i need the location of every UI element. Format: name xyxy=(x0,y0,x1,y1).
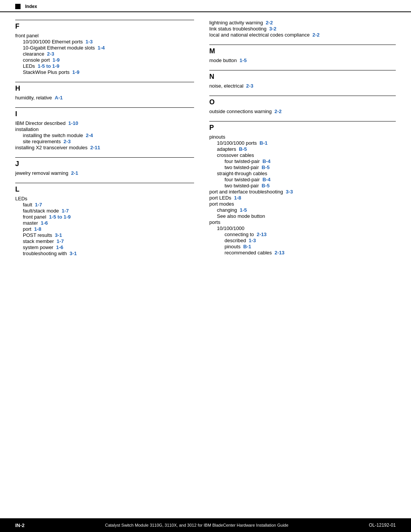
page-ref[interactable]: 3-2 xyxy=(269,26,277,32)
index-entry: noise, electrical 2-3 xyxy=(209,83,396,89)
page-ref[interactable]: B-5 xyxy=(239,146,247,152)
page-ref[interactable]: 3-1 xyxy=(55,232,62,238)
page-ref[interactable]: 1-8 xyxy=(34,226,41,232)
index-entry: LEDs 1-5 to 1-9 xyxy=(23,63,194,69)
page-ref[interactable]: 1-5 xyxy=(240,207,247,213)
index-entry: installing the switch module 2-4 xyxy=(23,133,194,138)
page-ref[interactable]: 2-13 xyxy=(275,250,285,256)
page-ref[interactable]: 2-13 xyxy=(257,232,267,237)
entry-text: lightning activity warning xyxy=(209,20,266,26)
section-divider xyxy=(209,70,396,70)
index-entry: port modes xyxy=(209,201,396,207)
entry-text: adapters xyxy=(217,146,239,152)
entry-text: humidity, relative xyxy=(15,95,55,101)
page-ref[interactable]: B-1 xyxy=(243,244,251,249)
index-entry: pinouts B-1 xyxy=(225,244,396,249)
entry-text: See also mode button xyxy=(217,213,265,219)
section-letter: I xyxy=(15,110,194,118)
entry-text: troubleshooting with xyxy=(23,251,70,256)
entry-text: front panel xyxy=(23,214,49,220)
index-entry: two twisted-pair B-5 xyxy=(225,183,396,189)
page-ref[interactable]: 1-6 xyxy=(56,244,63,250)
left-column: Ffront panel10/100/1000 Ethernet ports 1… xyxy=(15,20,206,263)
index-entry: troubleshooting with 3-1 xyxy=(23,251,194,256)
page-ref[interactable]: B-5 xyxy=(262,183,270,189)
page-ref[interactable]: 1-7 xyxy=(35,202,42,208)
section-divider xyxy=(209,121,396,121)
index-entry: fault/stack mode 1-7 xyxy=(23,208,194,214)
page-ref[interactable]: 2-3 xyxy=(246,83,253,89)
entry-text: outside connections warning xyxy=(209,109,274,114)
header-title: Index xyxy=(25,4,37,9)
entry-text: front panel xyxy=(15,33,38,38)
page-ref[interactable]: 1-4 xyxy=(98,45,105,51)
index-entry: recommended cables 2-13 xyxy=(225,250,396,256)
entry-text: LEDs xyxy=(15,196,27,201)
index-entry: installation xyxy=(15,126,194,132)
entry-text: connecting to xyxy=(225,232,257,237)
page-ref[interactable]: 1-6 xyxy=(41,220,48,226)
footer-center-text: Catalyst Switch Module 3110G, 3110X, and… xyxy=(25,523,369,527)
section-letter: P xyxy=(209,124,396,132)
section-divider xyxy=(15,20,194,20)
entry-text: jewelry removal warning xyxy=(15,170,71,176)
index-entry: lightning activity warning 2-2 xyxy=(209,20,396,26)
entry-text: changing xyxy=(217,207,240,213)
page-ref[interactable]: 1-9 xyxy=(53,57,60,63)
page-ref[interactable]: 2-3 xyxy=(64,139,71,144)
page-ref[interactable]: 1-5 xyxy=(240,58,247,63)
entry-text: clearance xyxy=(23,51,47,57)
section-letter: J xyxy=(15,160,194,168)
page-ref[interactable]: 1-5 to 1-9 xyxy=(49,214,71,220)
page-ref[interactable]: 1-10 xyxy=(68,120,78,126)
page-ref[interactable]: B-4 xyxy=(263,177,271,182)
page-ref[interactable]: 1-7 xyxy=(57,238,64,244)
section-letter: F xyxy=(15,22,194,30)
page-ref[interactable]: 2-2 xyxy=(274,109,282,114)
index-section: Jjewelry removal warning 2-1 xyxy=(15,157,194,176)
page-ref[interactable]: 1-8 xyxy=(234,195,241,201)
page-ref[interactable]: 1-5 to 1-9 xyxy=(38,63,59,69)
page-ref[interactable]: 2-3 xyxy=(47,51,54,57)
page-ref[interactable]: 2-4 xyxy=(86,133,93,138)
page-ref[interactable]: 1-9 xyxy=(72,69,80,75)
entry-text: mode button xyxy=(209,58,240,63)
index-entry: 10/100/1000 Ethernet ports 1-3 xyxy=(23,39,194,45)
page-ref[interactable]: 1-3 xyxy=(249,238,256,243)
entry-text: POST results xyxy=(23,232,55,238)
page-ref[interactable]: A-1 xyxy=(55,95,63,101)
footer-right-text: OL-12192-01 xyxy=(369,522,396,528)
index-entry: crossover cables xyxy=(217,152,396,158)
page-ref[interactable]: 1-3 xyxy=(86,39,93,45)
page-footer: IN-2 Catalyst Switch Module 3110G, 3110X… xyxy=(0,518,411,532)
page-ref[interactable]: 3-1 xyxy=(70,251,77,256)
index-entry: ports xyxy=(209,219,396,225)
index-entry: straight-through cables xyxy=(217,171,396,176)
entry-text: port xyxy=(23,226,34,232)
section-letter: H xyxy=(15,85,194,93)
entry-text: noise, electrical xyxy=(209,83,246,89)
index-section: Ppinouts10/100/1000 ports B-1adapters B-… xyxy=(209,121,396,256)
index-section: Ffront panel10/100/1000 Ethernet ports 1… xyxy=(15,20,194,75)
index-section: IIBM Director described 1-10installation… xyxy=(15,107,194,150)
page-ref[interactable]: 3-3 xyxy=(286,189,293,195)
index-entry: jewelry removal warning 2-1 xyxy=(15,170,194,176)
page-ref[interactable]: 2-2 xyxy=(312,32,320,38)
entry-text: 10/100/1000 ports xyxy=(217,140,260,146)
section-divider xyxy=(15,82,194,82)
page-ref[interactable]: B-1 xyxy=(260,140,268,146)
page-ref[interactable]: 2-11 xyxy=(90,145,100,150)
entry-text: StackWise Plus ports xyxy=(23,69,72,75)
page-ref[interactable]: 1-7 xyxy=(62,208,69,214)
entry-text: 10-Gigabit Ethernet module slots xyxy=(23,45,98,51)
index-section: lightning activity warning 2-2link statu… xyxy=(209,20,396,38)
entry-text: IBM Director described xyxy=(15,120,68,126)
index-entry: connecting to 2-13 xyxy=(225,232,396,237)
page-ref[interactable]: 2-2 xyxy=(266,20,273,26)
entry-text: two twisted-pair xyxy=(225,183,262,189)
section-divider xyxy=(209,45,396,45)
page-ref[interactable]: B-4 xyxy=(263,158,271,164)
page-ref[interactable]: 2-1 xyxy=(71,170,78,176)
index-entry: four twisted-pair B-4 xyxy=(225,177,396,182)
page-ref[interactable]: B-5 xyxy=(262,165,270,170)
